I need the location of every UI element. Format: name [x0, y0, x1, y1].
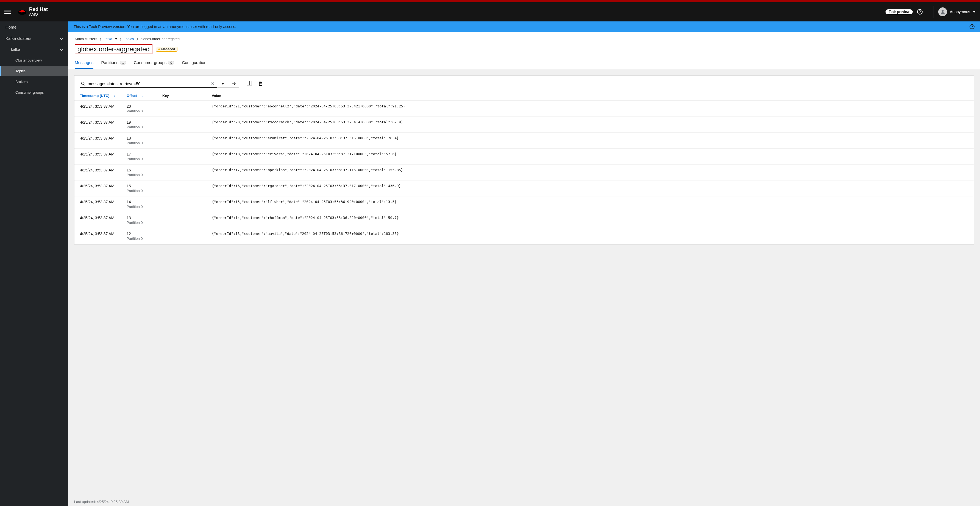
col-key[interactable]: Key	[157, 90, 206, 101]
chevron-down-icon	[973, 11, 975, 13]
cell-key	[157, 196, 206, 212]
toolbar: ✕	[75, 76, 974, 90]
table-row[interactable]: 4/25/24, 3:53:37 AM17Partition 0{"orderI…	[75, 149, 974, 165]
table-row[interactable]: 4/25/24, 3:53:37 AM14Partition 0{"orderI…	[75, 196, 974, 212]
info-banner: This is a Tech Preview version. You are …	[68, 21, 980, 32]
search-box: ✕	[80, 80, 217, 88]
managed-badge: ⎈ Managed	[156, 47, 177, 52]
sidebar-item-topics[interactable]: Topics	[0, 66, 68, 76]
messages-card: ✕	[74, 75, 974, 245]
sidebar-item-consumer-groups[interactable]: Consumer groups	[0, 87, 68, 98]
table-row[interactable]: 4/25/24, 3:53:37 AM13Partition 0{"orderI…	[75, 212, 974, 228]
chevron-right-icon: ❯	[136, 37, 138, 40]
table-row[interactable]: 4/25/24, 3:53:37 AM15Partition 0{"orderI…	[75, 180, 974, 196]
cell-timestamp: 4/25/24, 3:53:37 AM	[75, 117, 121, 133]
cell-offset: 16Partition 0	[121, 165, 157, 180]
chevron-down-icon	[60, 37, 63, 40]
sidebar: Home Kafka clusters kafka Cluster overvi…	[0, 21, 68, 506]
cell-key	[157, 212, 206, 228]
brand-logo[interactable]: Red Hat AMQ	[18, 7, 48, 16]
chevron-right-icon: ❯	[99, 37, 102, 40]
cell-value: {"orderId":19,"customer":"eramirez","dat…	[206, 133, 974, 149]
svg-point-1	[942, 10, 943, 12]
cell-timestamp: 4/25/24, 3:53:37 AM	[75, 180, 121, 196]
clear-search-button[interactable]: ✕	[209, 81, 216, 86]
svg-point-2	[81, 82, 84, 84]
breadcrumb-section[interactable]: Topics	[124, 37, 134, 41]
caret-down-icon	[221, 83, 224, 84]
tab-consumer-groups[interactable]: Consumer groups 0	[134, 58, 174, 69]
chevron-right-icon: ❯	[119, 37, 122, 40]
breadcrumb-root[interactable]: Kafka clusters	[75, 37, 97, 41]
banner-text: This is a Tech Preview version. You are …	[73, 24, 236, 29]
help-icon[interactable]: ?	[917, 9, 923, 14]
breadcrumb-cluster[interactable]: kafka	[104, 37, 112, 41]
info-icon[interactable]: ?	[970, 24, 975, 29]
sidebar-item-brokers[interactable]: Brokers	[0, 76, 68, 87]
sidebar-item-cluster-overview[interactable]: Cluster overview	[0, 55, 68, 66]
table-row[interactable]: 4/25/24, 3:53:37 AM12Partition 0{"orderI…	[75, 228, 974, 244]
cell-key	[157, 165, 206, 180]
last-updated-text: Last updated: 4/25/24, 9:25:39 AM	[74, 500, 129, 504]
cell-value: {"orderId":14,"customer":"rhoffman","dat…	[206, 212, 974, 228]
consumer-groups-count-badge: 0	[168, 61, 174, 65]
search-input[interactable]	[88, 81, 209, 86]
cell-key	[157, 117, 206, 133]
brand-text: Red Hat	[29, 7, 48, 12]
col-offset[interactable]: Offset ↓	[121, 90, 157, 101]
tabs: Messages Partitions 1 Consumer groups 0 …	[75, 58, 974, 69]
cell-offset: 13Partition 0	[121, 212, 157, 228]
search-options-button[interactable]	[217, 80, 228, 88]
cell-key	[157, 133, 206, 149]
cell-offset: 15Partition 0	[121, 180, 157, 196]
table-row[interactable]: 4/25/24, 3:53:37 AM20Partition 0{"orderI…	[75, 101, 974, 117]
col-timestamp[interactable]: Timestamp (UTC) ↓	[75, 90, 121, 101]
cell-timestamp: 4/25/24, 3:53:37 AM	[75, 228, 121, 244]
sidebar-item-kafka-clusters[interactable]: Kafka clusters	[0, 33, 68, 44]
cell-key	[157, 228, 206, 244]
cell-key	[157, 149, 206, 165]
table-row[interactable]: 4/25/24, 3:53:37 AM18Partition 0{"orderI…	[75, 133, 974, 149]
search-submit-button[interactable]	[228, 80, 239, 88]
cell-value: {"orderId":17,"customer":"mperkins","dat…	[206, 165, 974, 180]
masthead-divider	[934, 6, 934, 18]
cell-offset: 17Partition 0	[121, 149, 157, 165]
svg-line-3	[84, 84, 86, 86]
partitions-count-badge: 1	[120, 61, 126, 65]
cell-value: {"orderId":21,"customer":"aoconnell2","d…	[206, 101, 974, 117]
user-menu-toggle[interactable]: Anonymous	[938, 7, 975, 16]
chevron-down-icon	[60, 48, 63, 51]
sort-desc-icon: ↓	[141, 94, 143, 98]
columns-icon[interactable]	[247, 81, 252, 87]
search-icon	[81, 81, 86, 86]
cell-offset: 12Partition 0	[121, 228, 157, 244]
cell-value: {"orderId":18,"customer":"erivera","date…	[206, 149, 974, 165]
col-value[interactable]: Value	[206, 90, 974, 101]
svg-rect-6	[259, 84, 262, 84]
tech-preview-badge: Tech preview	[886, 10, 913, 14]
tab-configuration[interactable]: Configuration	[182, 58, 206, 69]
arrow-right-icon	[232, 81, 236, 86]
sidebar-item-cluster[interactable]: kafka	[0, 44, 68, 55]
redhat-icon	[18, 8, 27, 15]
cell-key	[157, 101, 206, 117]
tab-partitions[interactable]: Partitions 1	[101, 58, 126, 69]
cell-timestamp: 4/25/24, 3:53:37 AM	[75, 212, 121, 228]
cell-timestamp: 4/25/24, 3:53:37 AM	[75, 133, 121, 149]
caret-down-icon[interactable]	[115, 38, 117, 40]
cell-value: {"orderId":15,"customer":"lfisher","date…	[206, 196, 974, 212]
menu-toggle-button[interactable]	[5, 8, 11, 15]
product-text: AMQ	[29, 12, 48, 16]
table-row[interactable]: 4/25/24, 3:53:37 AM19Partition 0{"orderI…	[75, 117, 974, 133]
sidebar-item-home[interactable]: Home	[0, 21, 68, 33]
download-icon[interactable]	[258, 81, 263, 87]
cell-value: {"orderId":20,"customer":"rmccormick","d…	[206, 117, 974, 133]
table-row[interactable]: 4/25/24, 3:53:37 AM16Partition 0{"orderI…	[75, 165, 974, 180]
tab-messages[interactable]: Messages	[75, 58, 93, 69]
top-border	[0, 0, 980, 2]
cell-value: {"orderId":13,"customer":"aavila","date"…	[206, 228, 974, 244]
messages-table: Timestamp (UTC) ↓ Offset ↓ Key	[75, 90, 974, 244]
user-name: Anonymous	[950, 10, 970, 14]
sort-desc-icon: ↓	[114, 94, 115, 98]
cell-value: {"orderId":16,"customer":"rgardner","dat…	[206, 180, 974, 196]
